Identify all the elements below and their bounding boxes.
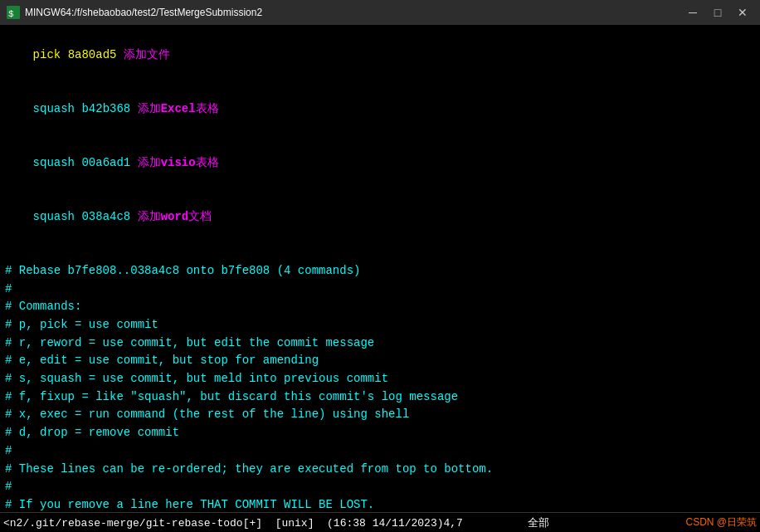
- comment-commands-header: # Commands:: [5, 298, 755, 316]
- terminal-content: pick 8a80ad5 添加文件 squash b42b368 添加Excel…: [0, 25, 760, 512]
- squash2-hash: 00a6ad1: [81, 156, 130, 169]
- comment-fixup: # f, fixup = like "squash", but discard …: [5, 388, 755, 407]
- comment-squash: # s, squash = use commit, but meld into …: [5, 370, 755, 388]
- comment-lost: # If you remove a line here THAT COMMIT …: [5, 496, 755, 512]
- pick-line: pick 8a80ad5 添加文件: [5, 28, 755, 82]
- squash3-keyword: squash: [33, 210, 75, 223]
- squash1-keyword: squash: [33, 102, 75, 115]
- squash2-line: squash 00a6ad1 添加visio表格: [5, 136, 755, 190]
- comment-reorder: # These lines can be re-ordered; they ar…: [5, 461, 755, 479]
- minimize-button[interactable]: ─: [682, 4, 704, 21]
- squash1-line: squash b42b368 添加Excel表格: [5, 82, 755, 136]
- comment-reword: # r, reword = use commit, but edit the c…: [5, 334, 755, 353]
- comment-blank-2: #: [5, 442, 755, 461]
- statusbar: <n2/.git/rebase-merge/git-rebase-todo[+]…: [0, 512, 760, 532]
- comment-blank-1: #: [5, 281, 755, 299]
- comment-pick: # p, pick = use commit: [5, 316, 755, 334]
- blank-line-1: [5, 244, 755, 262]
- titlebar: $ MINGW64:/f/shebaobao/test2/TestMergeSu…: [0, 0, 760, 25]
- titlebar-title: MINGW64:/f/shebaobao/test2/TestMergeSubm…: [25, 7, 262, 18]
- squash2-message: 添加visio表格: [130, 156, 218, 169]
- squash1-message: 添加Excel表格: [130, 102, 218, 115]
- pick-hash: 8a80ad5: [68, 48, 117, 61]
- statusbar-filepath: <n2/.git/rebase-merge/git-rebase-todo[+]…: [3, 515, 549, 530]
- svg-text:$: $: [8, 9, 14, 19]
- comment-rebase: # Rebase b7fe808..038a4c8 onto b7fe808 (…: [5, 262, 755, 281]
- terminal-icon: $: [7, 6, 20, 19]
- squash2-keyword: squash: [33, 156, 75, 169]
- comment-drop: # d, drop = remove commit: [5, 424, 755, 442]
- squash1-hash: b42b368: [81, 102, 130, 115]
- statusbar-watermark: CSDN @日荣筑: [685, 515, 757, 530]
- pick-keyword: pick: [33, 48, 61, 61]
- maximize-button[interactable]: □: [707, 4, 728, 21]
- titlebar-left: $ MINGW64:/f/shebaobao/test2/TestMergeSu…: [7, 6, 262, 19]
- squash3-hash: 038a4c8: [81, 210, 130, 223]
- comment-exec: # x, exec = run command (the rest of the…: [5, 406, 755, 424]
- pick-message: 添加文件: [116, 48, 169, 61]
- titlebar-controls: ─ □ ✕: [682, 4, 753, 21]
- close-button[interactable]: ✕: [732, 4, 753, 21]
- comment-blank-3: #: [5, 478, 755, 496]
- comment-edit: # e, edit = use commit, but stop for ame…: [5, 352, 755, 370]
- squash3-message: 添加word文档: [130, 210, 212, 223]
- squash3-line: squash 038a4c8 添加word文档: [5, 190, 755, 244]
